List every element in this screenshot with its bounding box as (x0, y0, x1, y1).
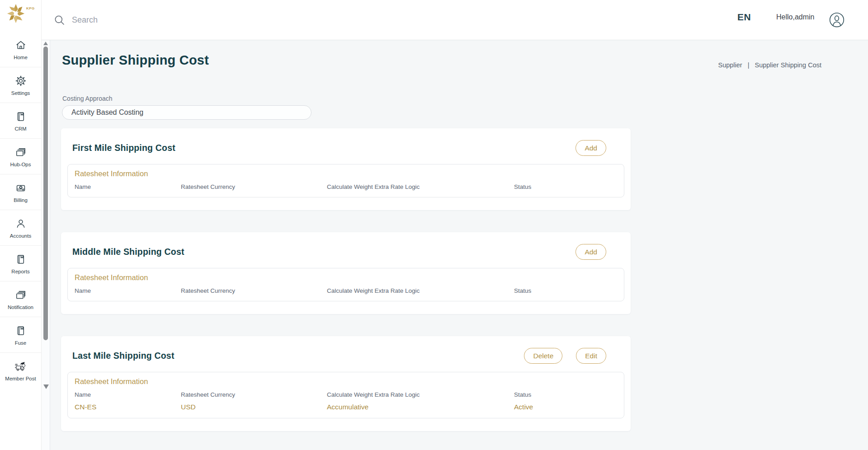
home-icon (14, 39, 27, 52)
panel-title: Ratesheet Information (68, 273, 624, 282)
drive-gear-icon (14, 182, 27, 194)
col-ratesheet-currency: Ratesheet Currency (181, 391, 327, 398)
sidebar-item-accounts[interactable]: Accounts (0, 210, 41, 246)
sidebar-item-hub-ops[interactable]: Hub-Ops (0, 139, 41, 174)
starburst-logo-icon (5, 2, 26, 25)
search-icon (53, 14, 66, 26)
last-mile-edit-button[interactable]: Edit (576, 348, 606, 364)
content-scrollbar[interactable] (42, 40, 50, 450)
sidebar-item-crm[interactable]: CRM (0, 103, 41, 139)
book-icon (14, 324, 27, 337)
col-ratesheet-currency: Ratesheet Currency (181, 183, 327, 190)
cell-name: CN-ES (75, 403, 181, 411)
user-greeting: Hello,admin (776, 13, 814, 21)
cell-weight-logic: Accumulative (327, 403, 514, 411)
table-header-row: Name Ratesheet Currency Calculate Weight… (68, 386, 624, 398)
col-status: Status (514, 287, 617, 294)
last-mile-card: Last Mile Shipping Cost Delete Edit Rate… (61, 336, 631, 431)
col-name: Name (75, 183, 181, 190)
middle-mile-title: Middle Mile Shipping Cost (72, 247, 184, 257)
delivery-truck-icon (14, 360, 27, 373)
cell-status: Active (514, 403, 617, 411)
sidebar-nav: Home Settings (0, 32, 41, 389)
sidebar-item-notification[interactable]: Notification (0, 281, 41, 317)
breadcrumb-separator: | (748, 61, 750, 69)
gear-icon (14, 75, 27, 87)
col-name: Name (75, 391, 181, 398)
breadcrumb-parent[interactable]: Supplier (718, 61, 742, 69)
logo-text: KPG (26, 6, 35, 10)
panel-title: Ratesheet Information (68, 169, 624, 178)
main-content: Supplier | Supplier Shipping Cost Suppli… (50, 40, 868, 450)
person-icon (14, 217, 27, 230)
col-status: Status (514, 391, 617, 398)
user-avatar[interactable] (829, 12, 845, 28)
top-header: EN Hello,admin (0, 0, 868, 40)
middle-mile-add-button[interactable]: Add (576, 244, 606, 260)
layers-icon (14, 289, 27, 301)
scrollbar-up-arrow[interactable] (43, 42, 48, 45)
first-mile-add-button[interactable]: Add (576, 140, 606, 156)
search-input[interactable] (72, 10, 262, 30)
middle-mile-card: Middle Mile Shipping Cost Add Ratesheet … (61, 232, 631, 314)
app-root: EN Hello,admin (0, 0, 868, 450)
scrollbar-down-arrow[interactable] (43, 384, 49, 389)
col-ratesheet-currency: Ratesheet Currency (181, 287, 327, 294)
costing-approach-label: Costing Approach (62, 95, 868, 102)
costing-approach-input[interactable] (62, 105, 311, 120)
col-weight-logic: Calculate Weight Extra Rate Logic (327, 183, 514, 190)
sidebar: KPG Home (0, 0, 42, 450)
first-mile-title: First Mile Shipping Cost (72, 143, 175, 153)
book-icon (14, 253, 27, 266)
table-row: CN-ES USD Accumulative Active (68, 398, 624, 411)
ratesheet-panel: Ratesheet Information Name Ratesheet Cur… (67, 372, 624, 418)
breadcrumb: Supplier | Supplier Shipping Cost (718, 61, 822, 69)
last-mile-delete-button[interactable]: Delete (524, 348, 562, 364)
col-name: Name (75, 287, 181, 294)
table-header-row: Name Ratesheet Currency Calculate Weight… (68, 282, 624, 294)
scrollbar-thumb[interactable] (43, 47, 48, 340)
global-search (53, 10, 262, 30)
panel-title: Ratesheet Information (68, 377, 624, 386)
sidebar-item-settings[interactable]: Settings (0, 67, 41, 103)
sidebar-item-reports[interactable]: Reports (0, 246, 41, 281)
first-mile-card: First Mile Shipping Cost Add Ratesheet I… (61, 128, 631, 210)
col-weight-logic: Calculate Weight Extra Rate Logic (327, 287, 514, 294)
col-status: Status (514, 183, 617, 190)
layers-icon (14, 146, 27, 159)
last-mile-title: Last Mile Shipping Cost (72, 351, 175, 361)
language-switcher[interactable]: EN (737, 12, 751, 23)
ratesheet-panel: Ratesheet Information Name Ratesheet Cur… (67, 164, 624, 197)
col-weight-logic: Calculate Weight Extra Rate Logic (327, 391, 514, 398)
book-icon (14, 110, 27, 123)
sidebar-item-home[interactable]: Home (0, 32, 41, 67)
table-header-row: Name Ratesheet Currency Calculate Weight… (68, 178, 624, 190)
sidebar-item-billing[interactable]: Billing (0, 174, 41, 210)
sidebar-item-fuse[interactable]: Fuse (0, 317, 41, 353)
avatar-icon (829, 12, 845, 28)
breadcrumb-current[interactable]: Supplier Shipping Cost (755, 61, 821, 69)
ratesheet-panel: Ratesheet Information Name Ratesheet Cur… (67, 268, 624, 301)
app-logo[interactable]: KPG (0, 0, 42, 32)
cell-ratesheet-currency: USD (181, 403, 327, 411)
sidebar-item-member-post[interactable]: Member Post (0, 353, 41, 389)
